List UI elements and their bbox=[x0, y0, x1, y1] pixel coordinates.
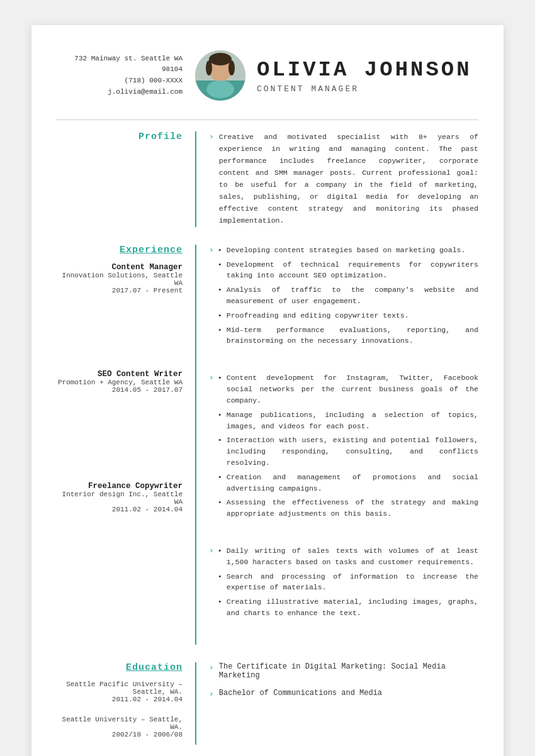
profile-text: Creative and motivated specialist with 8… bbox=[219, 131, 478, 227]
edu-school-1: Seattle Pacific University – Seattle, WA… bbox=[57, 681, 183, 696]
bullet-2-2: Manage publications, including a selecti… bbox=[218, 409, 478, 432]
bullet-2-4: Creation and management of promotions an… bbox=[218, 472, 478, 494]
name-block: OLIVIA JOHNSON CONTENT MANAGER bbox=[257, 58, 478, 94]
bullet-1-3: Analysis of traffic to the company's web… bbox=[218, 284, 478, 307]
education-section: Education Seattle Pacific University – S… bbox=[57, 662, 478, 745]
edu-right-1: › The Certificate in Digital Marketing: … bbox=[209, 662, 478, 680]
job-dates-1: 2017.07 - Present bbox=[57, 287, 183, 294]
address: 732 Mainway st. Seattle WA 98104 bbox=[57, 53, 183, 75]
edu1-chevron-icon: › bbox=[209, 663, 214, 672]
job-title-3: Freelance Copywriter bbox=[57, 482, 183, 491]
profile-section: Profile › Creative and motivated special… bbox=[57, 131, 478, 227]
svg-point-5 bbox=[228, 60, 235, 75]
bullet-1-2: Development of technical requirements fo… bbox=[218, 259, 478, 282]
experience-right: › Developing content strategies based on… bbox=[195, 245, 478, 645]
svg-point-7 bbox=[206, 81, 234, 98]
edu-dates-2: 2002/10 - 2006/08 bbox=[57, 731, 183, 738]
experience-left: Experience Content Manager Innovation So… bbox=[57, 245, 195, 645]
education-right: › The Certificate in Digital Marketing: … bbox=[195, 662, 478, 745]
edu-degree-2: Bachelor of Communications and Media bbox=[219, 689, 382, 698]
job-entry-2: SEO Content Writer Promotion + Agency, S… bbox=[57, 370, 183, 394]
bullet-2-1: Content development for Instagram, Twitt… bbox=[218, 372, 478, 406]
job2-chevron-icon: › bbox=[209, 373, 214, 382]
job-company-2: Promotion + Agency, Seattle WA bbox=[57, 379, 183, 386]
bullet-1-4: Proofreading and editing copywriter text… bbox=[218, 310, 478, 321]
phone: (718) 000-XXXX bbox=[57, 75, 183, 87]
job2-header: › Content development for Instagram, Twi… bbox=[209, 372, 478, 531]
svg-point-3 bbox=[209, 53, 232, 65]
job-dates-3: 2011.02 - 2014.04 bbox=[57, 506, 183, 513]
header: 732 Mainway st. Seattle WA 98104 (718) 0… bbox=[57, 50, 478, 101]
job-entry-3: Freelance Copywriter Interior design Inc… bbox=[57, 482, 183, 513]
experience-section: Experience Content Manager Innovation So… bbox=[57, 245, 478, 645]
bullet-3-2: Search and processing of information to … bbox=[218, 571, 478, 594]
job-dates-2: 2014.05 - 2017.07 bbox=[57, 386, 183, 394]
job-title: CONTENT MANAGER bbox=[257, 84, 478, 94]
job-company-3: Interior design Inc., Seattle WA bbox=[57, 491, 183, 506]
profile-chevron-icon: › bbox=[209, 132, 214, 142]
edu-dates-1: 2011.02 - 2014.04 bbox=[57, 696, 183, 703]
bullet-1-5: Mid-term performance evaluations, report… bbox=[218, 325, 478, 347]
experience-section-title: Experience bbox=[57, 245, 183, 255]
job-title-2: SEO Content Writer bbox=[57, 370, 183, 379]
job1-header: › Developing content strategies based on… bbox=[209, 245, 478, 359]
job-entry-1: Content Manager Innovation Solutions, Se… bbox=[57, 263, 183, 294]
edu-degree-1: The Certificate in Digital Marketing: So… bbox=[219, 662, 478, 680]
job2-list: Content development for Instagram, Twitt… bbox=[218, 372, 478, 523]
job3-header: › Daily writing of sales texts with volu… bbox=[209, 545, 478, 631]
bullet-2-3: Interaction with users, existing and pot… bbox=[218, 435, 478, 468]
job3-list: Daily writing of sales texts with volume… bbox=[218, 545, 478, 622]
job-bullets-2: › Content development for Instagram, Twi… bbox=[209, 372, 478, 531]
bullet-3-3: Creating illustrative material, includin… bbox=[218, 596, 478, 619]
job1-chevron-icon: › bbox=[209, 245, 214, 255]
edu-entry-1: Seattle Pacific University – Seattle, WA… bbox=[57, 681, 183, 703]
profile-left: Profile bbox=[57, 131, 195, 227]
avatar bbox=[195, 50, 245, 101]
job3-chevron-icon: › bbox=[209, 546, 214, 555]
edu-right-2: › Bachelor of Communications and Media bbox=[209, 689, 478, 699]
resume-container: 732 Mainway st. Seattle WA 98104 (718) 0… bbox=[31, 25, 504, 756]
education-left: Education Seattle Pacific University – S… bbox=[57, 662, 195, 745]
bullet-1-1: Developing content strategies based on m… bbox=[218, 245, 478, 256]
full-name: OLIVIA JOHNSON bbox=[257, 58, 478, 82]
email: j.olivia@email.com bbox=[57, 87, 183, 98]
profile-right: › Creative and motivated specialist with… bbox=[195, 131, 478, 227]
edu2-chevron-icon: › bbox=[209, 689, 214, 699]
job1-list: Developing content strategies based on m… bbox=[218, 245, 478, 350]
job-company-1: Innovation Solutions, Seattle WA bbox=[57, 272, 183, 287]
contact-info: 732 Mainway st. Seattle WA 98104 (718) 0… bbox=[57, 53, 195, 97]
header-divider bbox=[57, 120, 478, 120]
bullet-3-1: Daily writing of sales texts with volume… bbox=[218, 545, 478, 568]
job-bullets-1: › Developing content strategies based on… bbox=[209, 245, 478, 359]
edu-school-2: Seattle University – Seattle, WA. bbox=[57, 716, 183, 731]
edu-entry-2: Seattle University – Seattle, WA. 2002/1… bbox=[57, 716, 183, 738]
profile-section-title: Profile bbox=[57, 131, 183, 142]
bullet-2-5: Assessing the effectiveness of the strat… bbox=[218, 497, 478, 520]
job-title-1: Content Manager bbox=[57, 263, 183, 272]
svg-point-4 bbox=[206, 60, 212, 75]
education-section-title: Education bbox=[57, 662, 183, 673]
job-bullets-3: › Daily writing of sales texts with volu… bbox=[209, 545, 478, 631]
